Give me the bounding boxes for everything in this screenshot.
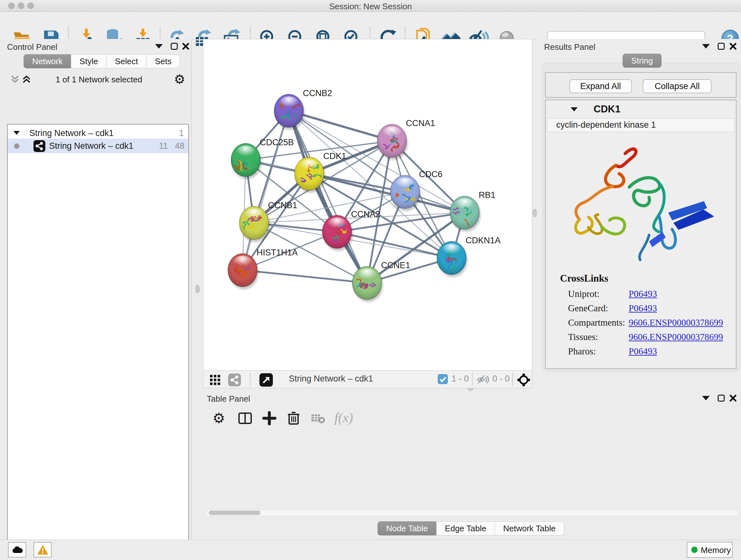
panel-close-icon[interactable] [182,43,190,50]
crosslink-link[interactable]: P06493 [629,289,657,299]
crosslink-link[interactable]: P06493 [629,303,657,313]
table-horizontal-scrollbar[interactable] [206,509,738,516]
node-label-ccnb2: CCNB2 [303,88,332,98]
hidden-elements-icon[interactable] [476,374,490,385]
node-label-ccnb1: CCNB1 [268,200,297,210]
crosslink-label: Tissues: [568,332,629,342]
network-canvas[interactable]: CCNB2CCNA1CDC25BCDK1CDC6RB1CCNB1CCNA2CDK… [203,39,532,388]
selected-nodes-checkbox[interactable] [438,374,448,384]
node-label-hist1h1a: HIST1H1A [257,248,298,257]
protein-result-card: CDK1 cyclin-dependent kinase 1 CrossLink… [545,100,737,369]
network-node-ccnb2[interactable] [274,94,305,130]
tab-network-table[interactable]: Network Table [495,521,564,536]
crosslink-row: Uniprot:P06493 [568,289,723,303]
network-style-icon[interactable] [228,374,241,386]
crosslink-row: Tissues:9606.ENSP00000378699 [568,332,723,346]
tab-network[interactable]: Network [23,54,71,68]
node-label-cdc25b: CDC25B [260,138,294,147]
network-node-ccne1[interactable] [352,266,383,302]
crosslink-row: Pharos:P06493 [568,346,723,361]
title-bar: Session: New Session [0,0,741,12]
crosslink-link[interactable]: P06493 [629,346,657,356]
tab-edge-table[interactable]: Edge Table [436,521,495,536]
show-columns-icon[interactable] [238,411,252,425]
control-panel-title: Control Panel [7,42,57,52]
network-node-cdkn1a[interactable] [437,241,468,277]
memory-button[interactable]: Memory [687,542,733,558]
node-label-cdc6: CDC6 [419,170,443,179]
network-node-ccna2[interactable] [322,215,353,251]
vertical-splitter-handle[interactable] [195,285,200,293]
toolbar-separator [472,373,473,386]
network-node-rb1[interactable] [446,196,481,232]
tab-sets[interactable]: Sets [146,54,180,68]
crosslink-link[interactable]: 9606.ENSP00000378699 [629,317,723,327]
node-count: 11 [159,141,168,151]
crosslink-label: Uniprot: [568,289,629,299]
delete-column-icon[interactable] [286,411,300,425]
collapse-protein-icon[interactable] [570,107,578,111]
panel-close-icon[interactable] [729,394,737,402]
network-row-selected[interactable]: String Network – cdk1 11 48 [8,138,188,153]
create-column-icon[interactable] [262,411,276,425]
toolbar-separator [512,373,513,386]
edge-count: 48 [175,141,185,151]
selected-counts: 1 - 0 [452,374,469,384]
crosslink-label: Compartments: [568,317,629,328]
window-title: Session: New Session [0,2,741,11]
panel-menu-icon[interactable] [155,44,163,49]
crosslink-link[interactable]: 9606.ENSP00000378699 [629,332,723,342]
expand-all-button[interactable]: Expand All [569,79,632,93]
panel-menu-icon[interactable] [702,396,710,400]
warnings-button[interactable] [33,542,52,557]
results-actions-box: Expand All Collapse All [545,72,737,98]
network-tree: String Network – cdk1 1 String Network –… [7,124,189,560]
expand-all-chevron-icon[interactable] [22,75,31,84]
network-graph[interactable]: CCNB2CCNA1CDC25BCDK1CDC6RB1CCNB1CCNA2CDK… [203,39,532,370]
tab-string[interactable]: String [623,54,662,68]
network-options-gear-icon[interactable]: ⚙ [174,72,185,86]
tab-style[interactable]: Style [71,54,107,68]
collapse-all-button[interactable]: Collapse All [643,79,712,93]
network-node-cdc6[interactable] [390,175,421,211]
network-edge[interactable] [243,270,367,283]
function-builder-icon: f(x) [334,410,353,425]
cloud-button[interactable] [8,542,26,557]
collapse-all-chevron-icon[interactable] [10,75,20,84]
panel-float-icon[interactable] [718,395,725,401]
main-toolbar: ? [0,12,741,39]
grid-view-icon[interactable] [210,374,220,385]
node-label-cdk1: CDK1 [323,151,346,161]
network-view-toolbar: String Network – cdk1 1 - 0 0 - 0 [203,370,532,388]
tab-select[interactable]: Select [106,54,146,68]
current-network-title: String Network – cdk1 [289,374,373,384]
vertical-splitter-handle[interactable] [533,209,537,217]
birds-eye-view-icon[interactable] [259,373,273,387]
delete-table-icon [311,413,326,424]
network-node-hist1h1a[interactable] [228,253,259,289]
panel-float-icon[interactable] [171,43,178,50]
node-label-ccna2: CCNA2 [351,209,381,219]
memory-status-dot [691,547,697,553]
node-label-cdkn1a: CDKN1A [466,236,501,245]
crosslinks-list: Uniprot:P06493GeneCard:P06493Compartment… [568,289,723,361]
tab-node-table[interactable]: Node Table [378,521,436,536]
network-share-icon [33,140,45,152]
protein-description: cyclin-dependent kinase 1 [547,118,735,132]
panel-float-icon[interactable] [718,43,725,50]
fit-content-crosshair-icon[interactable] [517,373,531,387]
scrollbar-thumb[interactable] [209,510,260,515]
network-selection-status: 1 of 1 Network selected [35,75,163,84]
network-node-cdc25b[interactable] [231,143,262,179]
crosslink-label: GeneCard: [568,303,629,314]
crosslink-row: GeneCard:P06493 [568,303,723,317]
table-settings-gear-icon[interactable]: ⚙ [212,410,225,426]
table-panel-title: Table Panel [207,394,250,404]
protein-structure-image [553,136,731,270]
network-node-ccna1[interactable] [377,124,408,160]
panel-menu-icon[interactable] [702,44,710,49]
panel-close-icon[interactable] [729,43,737,50]
crosslink-row: Compartments:9606.ENSP00000378699 [568,317,723,332]
memory-label: Memory [701,545,731,555]
network-edge[interactable] [289,111,367,283]
